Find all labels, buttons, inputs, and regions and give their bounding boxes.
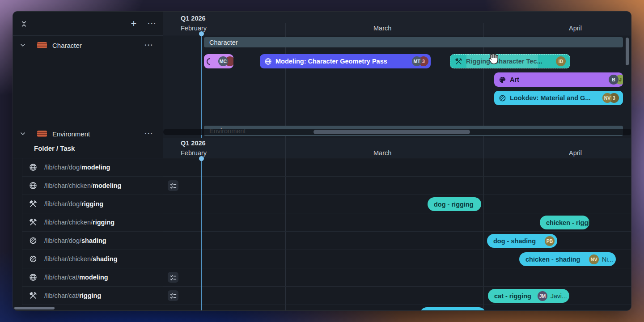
group-bar-character[interactable]: Character [204,37,623,47]
checklist-button[interactable] [168,180,178,191]
checklist-button[interactable] [168,272,178,283]
plus-icon: + [131,18,137,30]
quarter-label: Q1 2026 [181,15,206,22]
tools-icon [29,292,37,300]
chevron-down-icon[interactable] [19,130,26,137]
task-pill-chicken-rigging[interactable]: chicken - riggi [540,216,589,229]
chevron-down-icon[interactable] [19,42,26,49]
group-label: Character [52,42,82,49]
task-bar-lookdev[interactable]: Lookdev: Material and G... NV 3 [494,91,623,105]
app-window: + ··· Character ··· Environment ··· Q1 2… [13,11,631,311]
avatar-badge: NV [589,254,599,264]
task-pill-chicken-shading[interactable]: chicken - shading NV Ni... [519,252,616,266]
task-bar-rigging[interactable]: Rigging: Character Tec... ID [450,54,570,68]
group-more-button[interactable]: ··· [144,41,153,50]
top-gantt-area: Q1 2026 February March April Character M… [163,12,631,138]
task-path-prefix: /lib/char/chicken/ [44,255,93,263]
clipped-task-icon [207,58,210,65]
group-more-button[interactable]: ··· [144,129,153,138]
avatar-badge: PB [545,236,555,246]
table-row[interactable]: /lib/char/chicken/modeling [22,177,163,195]
quarter-label: Q1 2026 [181,140,206,147]
task-name: rigging [93,219,114,226]
top-timeline-header [163,12,631,35]
task-label: Art [510,76,519,83]
task-name: modeling [93,182,121,189]
tools-icon [455,58,462,65]
avatar-group: NV 3 [602,93,619,103]
collapse-vertical-icon [20,20,28,28]
table-row[interactable]: /lib/char/dog/rigging [22,195,163,213]
month-label-march: March [373,25,391,32]
task-name: rigging [79,292,101,299]
table-row[interactable]: /lib/char/chicken/shading [22,250,163,268]
table-row[interactable]: /lib/char/cat/modeling [22,268,163,287]
globe-icon [29,163,37,171]
task-bar-modeling[interactable]: Modeling: Character Geometry Pass MT 3 [260,54,431,68]
task-path-prefix: /lib/char/cat/ [44,292,79,299]
shading-icon [29,237,37,245]
avatar-badge: MT [412,56,422,66]
avatar-badge: JM [538,291,547,301]
add-group-button[interactable]: + [127,17,140,30]
task-path-prefix: /lib/char/dog/ [44,200,81,208]
task-path-prefix: /lib/char/chicken/ [44,182,93,189]
globe-icon [29,273,37,281]
avatar-badge: B [609,75,619,85]
assignee-name: Javi... [551,292,567,300]
ellipsis-icon: ··· [148,19,157,28]
bottom-gantt-area: Q1 2026 February March April [163,138,631,311]
drag-highlight [466,55,538,68]
globe-icon [264,58,272,65]
pill-label: cat - rigging [494,292,531,300]
today-marker-dot [199,31,204,36]
task-bar-concept[interactable]: MC [204,54,233,68]
task-pill-partial[interactable] [420,307,486,311]
table-row[interactable]: /lib/char/cat/rigging [22,287,163,305]
tools-icon [29,200,37,208]
gantt-overview-panel: + ··· Character ··· Environment ··· Q1 2… [13,12,631,138]
gantt-row [163,232,631,250]
avatar-group: MC [218,56,233,66]
task-name: shading [93,255,118,263]
shading-icon [499,94,506,102]
checklist-button[interactable] [168,290,178,301]
today-marker-line [201,34,202,138]
pill-label: dog - shading [493,237,536,245]
task-path-prefix: /lib/char/cat/ [44,274,79,281]
task-label: Modeling: Character Geometry Pass [275,58,387,65]
task-bar-art[interactable]: Art B J [494,72,623,87]
checklist-icon [169,274,177,281]
folder-task-column: Folder / Task /lib/char/dog/modeling /li… [13,138,163,311]
month-label-april: April [569,149,582,157]
horizontal-scrollbar-thumb[interactable] [314,130,470,134]
sidebar-group-character[interactable]: Character ··· [13,38,163,52]
today-marker-dot [199,156,204,161]
tools-icon [29,218,37,226]
top-sidebar: + ··· Character ··· Environment ··· [13,12,163,138]
month-label-march: March [373,149,391,157]
task-detail-panel: Folder / Task /lib/char/dog/modeling /li… [13,138,631,311]
task-label: Lookdev: Material and G... [510,94,590,102]
column-header-label: Folder / Task [34,144,75,152]
top-sidebar-more-button[interactable]: ··· [146,17,158,30]
top-sidebar-toolbar: + ··· [13,12,163,36]
task-pill-dog-rigging[interactable]: dog - rigging [428,197,481,211]
avatar-group: MT 3 [412,56,428,66]
group-label: Environment [52,130,90,138]
table-row[interactable]: /lib/char/chicken/rigging [22,213,163,232]
group-color-icon [37,131,47,137]
task-name: modeling [81,164,110,171]
pill-label: chicken - shading [525,256,580,263]
collapse-all-button[interactable] [17,17,30,30]
vertical-scrollbar-thumb[interactable] [626,38,629,65]
horizontal-scrollbar-thumb[interactable] [14,307,55,309]
month-label-february: February [181,149,207,157]
task-pill-cat-rigging[interactable]: cat - rigging JM Javi... [488,289,569,303]
table-row[interactable]: /lib/char/dog/modeling [22,158,163,177]
table-row[interactable]: /lib/char/dog/shading [22,232,163,250]
task-name: shading [81,237,106,244]
month-label-april: April [569,25,582,32]
task-pill-dog-shading[interactable]: dog - shading PB [487,234,557,248]
group-color-icon [37,42,47,48]
